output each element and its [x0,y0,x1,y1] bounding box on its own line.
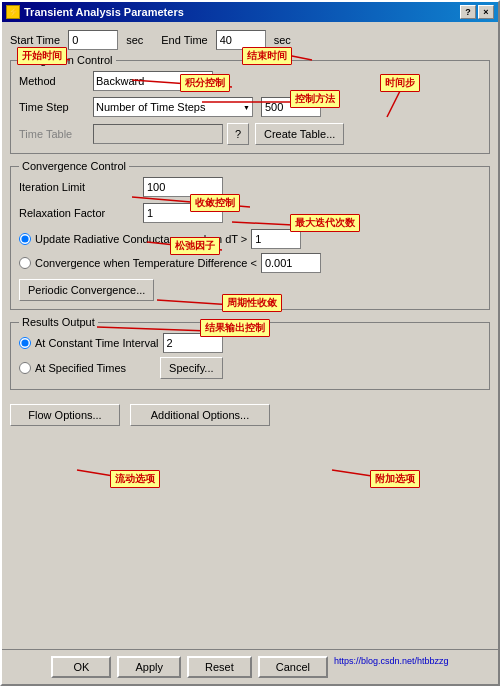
radio2-value-input[interactable] [261,253,321,273]
radio1-row: Update Radiative Conductances when dT > [19,229,481,249]
svg-line-11 [332,470,412,482]
results-radio1-value[interactable] [163,333,223,353]
flow-options-button[interactable]: Flow Options... [10,404,120,426]
end-time-input[interactable] [216,30,266,50]
convergence-group: Convergence Control Iteration Limit Rela… [10,166,490,310]
radio-conductance[interactable] [19,233,31,245]
iter-row: Iteration Limit [19,177,481,197]
timestep-select-wrapper[interactable]: Number of Time Steps Time Step Size [93,97,253,117]
radio-specified-times[interactable] [19,362,31,374]
method-select[interactable]: Backward Forward Trapezoidal [93,71,213,91]
timetable-label: Time Table [19,128,89,140]
main-content: Start Time sec End Time sec Integration … [2,22,498,649]
title-buttons: ? × [460,5,494,19]
start-time-unit: sec [126,34,143,46]
results-group: Results Output At Constant Time Interval… [10,322,490,390]
timestep-num-input[interactable] [261,97,321,117]
window-icon: ⚡ [6,5,20,19]
options-row: Flow Options... Additional Options... [10,404,490,426]
help-title-button[interactable]: ? [460,5,476,19]
apply-button[interactable]: Apply [117,656,181,678]
timestep-label: Time Step [19,101,89,113]
specify-button[interactable]: Specify... [160,357,222,379]
ann-flow: 流动选项 [110,470,160,488]
content-area: Start Time sec End Time sec Integration … [2,22,498,432]
relax-row: Relaxation Factor [19,203,481,223]
method-select-wrapper[interactable]: Backward Forward Trapezoidal [93,71,213,91]
time-row: Start Time sec End Time sec [10,30,490,50]
timetable-query-button[interactable]: ? [227,123,249,145]
window-title: Transient Analysis Parameters [24,6,184,18]
ann-additional: 附加选项 [370,470,420,488]
method-label: Method [19,75,89,87]
create-table-button[interactable]: Create Table... [255,123,344,145]
timestep-select[interactable]: Number of Time Steps Time Step Size [93,97,253,117]
ok-button[interactable]: OK [51,656,111,678]
results-radio2-row: At Specified Times Specify... [19,357,481,379]
start-time-label: Start Time [10,34,60,46]
results-radio1-label: At Constant Time Interval [35,337,159,349]
results-group-title: Results Output [19,316,98,328]
relax-input[interactable] [143,203,223,223]
timestep-row: Time Step Number of Time Steps Time Step… [19,97,481,117]
method-row: Method Backward Forward Trapezoidal [19,71,481,91]
iter-input[interactable] [143,177,223,197]
end-time-unit: sec [274,34,291,46]
timetable-row: Time Table ? Create Table... [19,123,481,145]
radio2-label: Convergence when Temperature Difference … [35,257,257,269]
radio-constant-interval[interactable] [19,337,31,349]
timetable-input [93,124,223,144]
start-time-input[interactable] [68,30,118,50]
integration-group: Integration Control Method Backward Forw… [10,60,490,154]
relax-label: Relaxation Factor [19,207,139,219]
title-bar-left: ⚡ Transient Analysis Parameters [6,5,184,19]
results-radio1-row: At Constant Time Interval [19,333,481,353]
radio2-row: Convergence when Temperature Difference … [19,253,481,273]
cancel-button[interactable]: Cancel [258,656,328,678]
reset-button[interactable]: Reset [187,656,252,678]
radio1-label: Update Radiative Conductances when dT > [35,233,247,245]
svg-line-10 [77,470,150,482]
url-text: https://blog.csdn.net/htbbzzg [334,656,449,678]
title-bar: ⚡ Transient Analysis Parameters ? × [2,2,498,22]
end-time-label: End Time [161,34,207,46]
radio-temperature[interactable] [19,257,31,269]
periodic-row: Periodic Convergence... [19,279,481,301]
close-title-button[interactable]: × [478,5,494,19]
integration-group-title: Integration Control [19,54,116,66]
results-radio2-label: At Specified Times [35,362,126,374]
bottom-buttons: OK Apply Reset Cancel https://blog.csdn.… [2,649,498,684]
convergence-group-title: Convergence Control [19,160,129,172]
periodic-convergence-button[interactable]: Periodic Convergence... [19,279,154,301]
additional-options-button[interactable]: Additional Options... [130,404,270,426]
iter-label: Iteration Limit [19,181,139,193]
radio1-value-input[interactable] [251,229,301,249]
main-window: ⚡ Transient Analysis Parameters ? × Star… [0,0,500,686]
